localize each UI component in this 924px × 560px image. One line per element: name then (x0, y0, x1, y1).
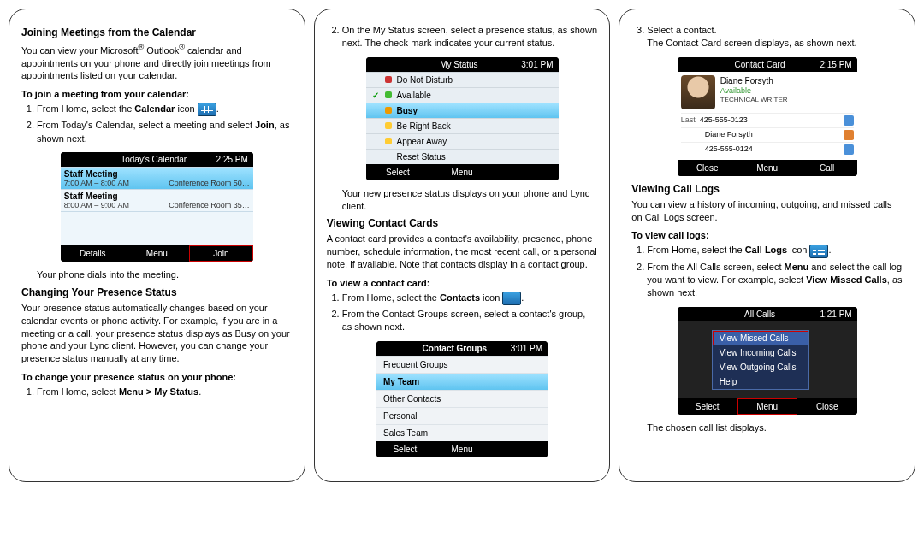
status-row[interactable]: Be Right Back (366, 118, 559, 133)
steps-join: From Home, select the Calendar icon . Fr… (21, 103, 293, 145)
card-line[interactable]: Last 425-555-0123 (681, 113, 854, 127)
t: icon (787, 245, 809, 255)
avatar (681, 75, 715, 109)
softkey-menu[interactable]: Menu (430, 164, 495, 180)
bold: Call Logs (745, 245, 788, 255)
column-1: Joining Meetings from the Calendar You c… (9, 9, 305, 482)
softkey-menu[interactable]: Menu (737, 160, 797, 176)
softkey-menu[interactable]: Menu (125, 245, 189, 262)
bold: Contacts (440, 292, 480, 303)
t: From Home, select the (647, 245, 744, 255)
softkey-details[interactable]: Details (61, 245, 125, 262)
status-body: Do Not Disturb ✓Available Busy Be Right … (366, 72, 559, 164)
bold: Calendar (134, 103, 175, 114)
subhead-call-logs: To view call logs: (631, 230, 903, 240)
calendar-row[interactable]: Staff Meeting 8:00 AM – 9:00 AMConferenc… (61, 189, 253, 211)
row-loc: Conference Room 50… (169, 179, 250, 187)
line-value: 425-555-0123 (700, 115, 748, 124)
bold: Join (255, 120, 275, 130)
card-top: Diane Forsyth Available TECHNICAL WRITER (678, 72, 857, 113)
row-time: 7:00 AM – 8:00 AM (64, 179, 129, 187)
contact-presence: Available (720, 86, 788, 97)
phone-icon (844, 144, 854, 155)
row-label: Busy (397, 106, 418, 115)
status-row[interactable]: ✓Available (366, 87, 559, 103)
subhead-presence: To change your presence status on your p… (21, 372, 293, 382)
steps-call-logs: From Home, select the Call Logs icon . F… (631, 244, 903, 299)
phone-title: My Status (397, 60, 522, 69)
groups-body: Frequent Groups My Team Other Contacts P… (376, 356, 548, 441)
group-row[interactable]: Sales Team (376, 424, 548, 441)
steps-presence: From Home, select Menu > My Status. (21, 386, 293, 398)
im-icon (844, 130, 854, 140)
subhead-contact-card: To view a contact card: (327, 278, 598, 288)
card-rows: Last 425-555-0123 Diane Forsyth 425-555-… (678, 113, 857, 160)
bold: Menu (785, 262, 809, 272)
t: From the All Calls screen, select (647, 262, 784, 272)
step-2: From Today's Calendar, select a meeting … (37, 119, 293, 145)
menu-item-outgoing[interactable]: View Outgoing Calls (713, 360, 808, 374)
group-row[interactable]: Other Contacts (376, 390, 548, 407)
menu-item-help[interactable]: Help (713, 374, 808, 389)
status-row[interactable]: Appear Away (366, 133, 559, 149)
step-1: From Home, select the Contacts icon . (342, 292, 598, 305)
softkey-select[interactable]: Select (678, 398, 737, 415)
card-line[interactable]: 425-555-0124 (681, 142, 854, 156)
softkey-close[interactable]: Close (678, 160, 737, 176)
phone-contact-card: Contact Card 2:15 PM Diane Forsyth Avail… (678, 57, 857, 176)
heading-contact-cards: Viewing Contact Cards (327, 217, 598, 229)
calendar-row[interactable]: Staff Meeting 7:00 AM – 8:00 AMConferenc… (61, 167, 253, 189)
para-presence: Your presence status automatically chang… (21, 302, 293, 365)
para-call-logs: You can view a history of incoming, outg… (631, 198, 903, 224)
phone-all-calls: All Calls 1:21 PM View Missed Calls View… (678, 307, 857, 415)
row-title: Staff Meeting (64, 169, 250, 179)
heading-presence: Changing Your Presence Status (21, 286, 293, 298)
presence-brb-icon (385, 122, 392, 129)
softkeys: Select Menu (366, 164, 559, 180)
status-row[interactable]: Reset Status (366, 149, 559, 164)
softkey-join[interactable]: Join (189, 245, 253, 262)
phone-time: 2:15 PM (820, 60, 851, 69)
status-row[interactable]: Busy (366, 103, 559, 118)
step-1: From Home, select the Call Logs icon . (647, 244, 903, 257)
row-label: Be Right Back (397, 121, 451, 131)
softkey-close[interactable]: Close (797, 398, 857, 415)
heading-joining: Joining Meetings from the Calendar (21, 27, 293, 38)
steps-presence-cont: On the My Status screen, select a presen… (327, 24, 598, 50)
phone-titlebar: All Calls 1:21 PM (678, 307, 857, 321)
menu-item-missed[interactable]: View Missed Calls (713, 331, 808, 345)
softkey-call[interactable]: Call (797, 160, 857, 176)
softkey-select[interactable]: Select (376, 441, 434, 457)
row-label: Appear Away (397, 137, 447, 146)
step-1: From Home, select Menu > My Status. (37, 386, 293, 398)
group-row[interactable]: Frequent Groups (376, 356, 548, 373)
phone-icon (844, 115, 854, 126)
t: On the My Status screen, select a presen… (342, 25, 597, 48)
step-1: From Home, select the Calendar icon . (37, 103, 293, 116)
t: The Contact Card screen displays, as sho… (647, 38, 856, 48)
phone-title: Contact Groups (399, 344, 511, 353)
phone-contact-groups: Contact Groups 3:01 PM Frequent Groups M… (376, 341, 548, 457)
row-label: Reset Status (397, 152, 446, 162)
softkey-menu[interactable]: Menu (737, 398, 797, 415)
card-line[interactable]: Diane Forsyth (681, 127, 854, 142)
t: From Today's Calendar, select a meeting … (37, 120, 255, 130)
heading-call-logs: Viewing Call Logs (631, 183, 903, 195)
t: icon (175, 103, 197, 114)
presence-busy-icon (385, 107, 392, 114)
step-3: Select a contact. The Contact Card scree… (647, 24, 903, 50)
group-row[interactable]: Personal (376, 407, 548, 424)
softkey-select[interactable]: Select (366, 164, 430, 180)
t: Outlook (144, 45, 179, 56)
status-row[interactable]: Do Not Disturb (366, 72, 559, 87)
calendar-icon (198, 103, 216, 116)
column-3: Select a contact. The Contact Card scree… (619, 9, 915, 482)
phone-titlebar: Contact Groups 3:01 PM (376, 341, 548, 356)
phone-titlebar: Today's Calendar 2:25 PM (61, 152, 253, 167)
phone-time: 3:01 PM (511, 344, 542, 353)
softkey-menu[interactable]: Menu (434, 441, 491, 457)
phone-time: 2:25 PM (216, 155, 248, 164)
menu-item-incoming[interactable]: View Incoming Calls (713, 345, 808, 360)
steps-contact-card: From Home, select the Contacts icon . Fr… (327, 292, 598, 334)
group-row[interactable]: My Team (376, 373, 548, 390)
